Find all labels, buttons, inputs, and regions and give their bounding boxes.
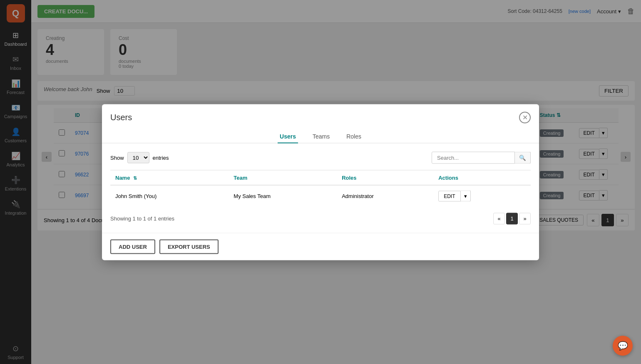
modal-first-page[interactable]: « bbox=[493, 213, 505, 224]
support-chat-button[interactable]: 💬 bbox=[613, 336, 633, 356]
col-roles-header: Roles bbox=[337, 170, 433, 185]
modal-header: Users ✕ bbox=[102, 104, 539, 123]
search-input[interactable] bbox=[432, 151, 515, 163]
modal-footer: ADD USER EXPORT USERS bbox=[102, 233, 539, 260]
user-edit-dropdown[interactable]: ▾ bbox=[461, 190, 471, 201]
modal-body: Show 10 25 50 entries 🔍 Name ⇅ Team Role… bbox=[102, 143, 539, 233]
tab-teams[interactable]: Teams bbox=[311, 129, 332, 143]
add-user-button[interactable]: ADD USER bbox=[110, 239, 155, 254]
user-name: John Smith (You) bbox=[110, 185, 229, 207]
user-edit-button[interactable]: EDIT bbox=[438, 191, 460, 201]
show-entries-select[interactable]: 10 25 50 bbox=[127, 152, 149, 163]
col-team-header: Team bbox=[229, 170, 337, 185]
modal-title: Users bbox=[110, 113, 132, 122]
col-name-header: Name ⇅ bbox=[110, 170, 229, 185]
user-team: My Sales Team bbox=[229, 185, 337, 207]
show-label: Show bbox=[110, 154, 124, 161]
user-roles: Administrator bbox=[337, 185, 433, 207]
search-box: 🔍 bbox=[432, 151, 531, 163]
users-table: Name ⇅ Team Roles Actions John Smith (Yo… bbox=[110, 170, 531, 206]
modal-close-button[interactable]: ✕ bbox=[519, 111, 531, 123]
modal-pages: « 1 » bbox=[493, 213, 531, 224]
modal-pagination: Showing 1 to 1 of 1 entries « 1 » bbox=[110, 213, 531, 224]
export-users-button[interactable]: EXPORT USERS bbox=[159, 239, 219, 254]
tab-roles[interactable]: Roles bbox=[344, 129, 363, 143]
modal-page-1[interactable]: 1 bbox=[506, 213, 518, 224]
show-entries-row: Show 10 25 50 entries 🔍 bbox=[110, 151, 531, 163]
user-row: John Smith (You) My Sales Team Administr… bbox=[110, 185, 531, 207]
users-modal: Users ✕ Users Teams Roles Show 10 25 50 … bbox=[102, 104, 539, 260]
modal-tabs: Users Teams Roles bbox=[102, 123, 539, 143]
user-actions: EDIT▾ bbox=[433, 185, 531, 207]
entries-label: entries bbox=[153, 154, 169, 161]
modal-last-page[interactable]: » bbox=[519, 213, 531, 224]
col-actions-header: Actions bbox=[433, 170, 531, 185]
modal-showing-text: Showing 1 to 1 of 1 entries bbox=[110, 215, 174, 222]
search-button[interactable]: 🔍 bbox=[515, 151, 531, 163]
tab-users[interactable]: Users bbox=[278, 129, 298, 143]
